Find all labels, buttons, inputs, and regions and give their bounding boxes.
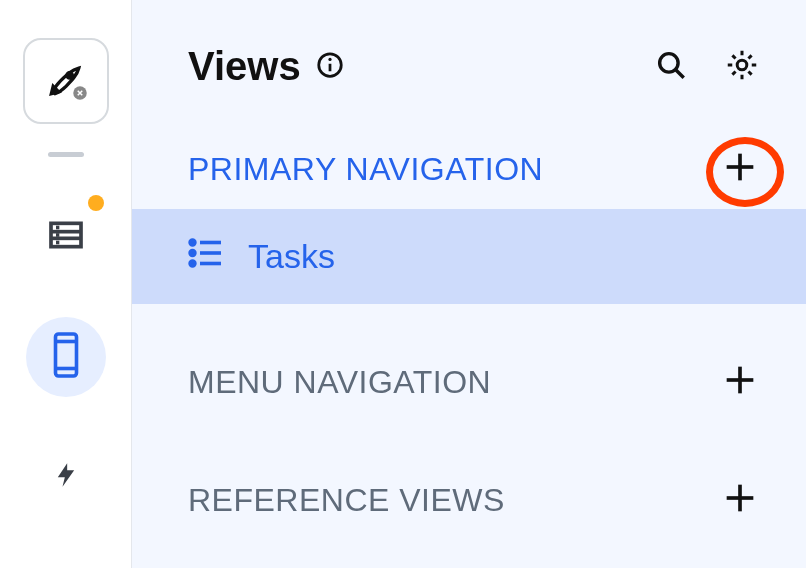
section-primary-navigation: PRIMARY NAVIGATION <box>132 129 806 209</box>
plus-icon <box>720 386 760 403</box>
primary-view-item-label: Tasks <box>248 237 335 276</box>
mobile-icon <box>48 331 84 383</box>
search-button[interactable] <box>654 48 688 86</box>
info-icon[interactable] <box>315 44 345 89</box>
svg-rect-2 <box>51 223 81 246</box>
settings-button[interactable] <box>724 47 760 87</box>
panel-actions <box>654 47 760 87</box>
svg-point-19 <box>190 240 195 245</box>
primary-view-item-tasks[interactable]: Tasks <box>132 209 806 304</box>
add-primary-view-button[interactable] <box>720 147 760 191</box>
rail-server-item[interactable] <box>26 197 106 277</box>
rail-mobile-item[interactable] <box>26 317 106 397</box>
rocket-launch-button[interactable] <box>23 38 109 124</box>
panel-header: Views <box>132 0 806 129</box>
panel-title: Views <box>188 44 301 89</box>
svg-line-15 <box>676 69 684 77</box>
panel-title-group: Views <box>188 44 345 89</box>
left-rail <box>0 0 132 568</box>
svg-point-23 <box>190 261 195 266</box>
svg-point-16 <box>737 60 747 70</box>
notification-dot-icon <box>88 195 104 211</box>
plus-icon <box>720 504 760 521</box>
svg-point-0 <box>66 73 72 79</box>
section-reference-title: REFERENCE VIEWS <box>188 482 505 519</box>
gear-icon <box>724 69 760 86</box>
section-menu-navigation: MENU NAVIGATION <box>132 342 806 422</box>
plus-icon <box>720 173 760 190</box>
bolt-icon <box>52 455 80 499</box>
rail-separator <box>48 152 84 157</box>
add-reference-view-button[interactable] <box>720 478 760 522</box>
search-icon <box>654 68 688 85</box>
svg-point-14 <box>660 53 678 71</box>
rocket-close-badge-icon <box>71 84 89 106</box>
add-menu-view-button[interactable] <box>720 360 760 404</box>
svg-point-13 <box>328 58 331 61</box>
list-icon <box>188 237 224 276</box>
rail-bolt-item[interactable] <box>26 437 106 517</box>
section-reference-views: REFERENCE VIEWS <box>132 460 806 540</box>
svg-point-21 <box>190 251 195 256</box>
section-menu-title: MENU NAVIGATION <box>188 364 491 401</box>
section-primary-title: PRIMARY NAVIGATION <box>188 151 543 188</box>
views-panel: Views <box>132 0 806 568</box>
server-icon <box>46 215 86 259</box>
